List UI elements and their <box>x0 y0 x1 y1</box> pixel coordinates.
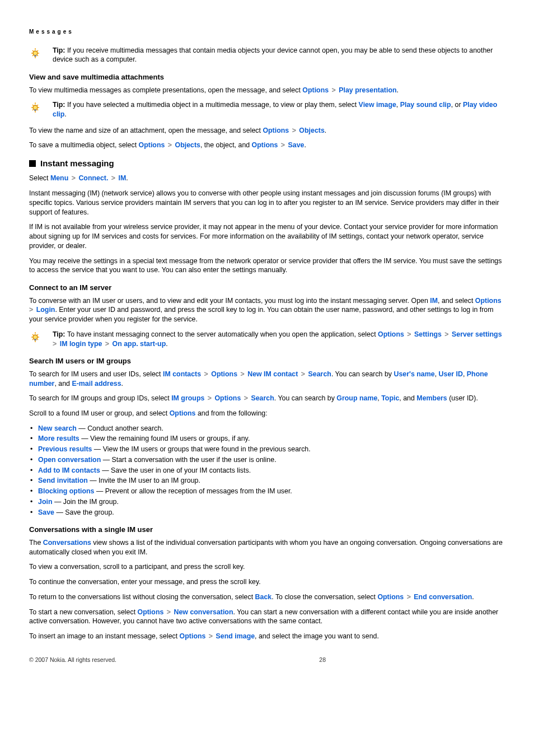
text: , and <box>54 380 72 388</box>
link-menu[interactable]: Menu <box>50 174 68 182</box>
link-group-name[interactable]: Group name <box>336 394 377 402</box>
heading-conversations: Conversations with a single IM user <box>29 525 505 535</box>
text: To return to the conversations list with… <box>29 593 255 601</box>
link-send-invitation[interactable]: Send invitation <box>38 477 88 484</box>
link-options[interactable]: Options <box>263 127 289 134</box>
chevron-icon: > <box>329 86 339 94</box>
text: — Invite the IM user to an IM group. <box>88 477 200 484</box>
tip-text: Tip: If you have selected a multimedia o… <box>53 100 505 119</box>
para-search-users: To search for IM users and user IDs, sel… <box>29 370 505 388</box>
chevron-icon: > <box>442 330 452 338</box>
link-open-conversation[interactable]: Open conversation <box>38 456 101 464</box>
link-back[interactable]: Back <box>255 593 272 601</box>
link-add-to-im-contacts[interactable]: Add to IM contacts <box>38 466 100 474</box>
list-item: Send invitation — Invite the IM user to … <box>29 476 505 486</box>
tip-label: Tip: <box>53 101 67 109</box>
chevron-icon: > <box>278 141 288 149</box>
link-im-contacts[interactable]: IM contacts <box>163 370 201 378</box>
link-end-conversation[interactable]: End conversation <box>414 593 472 601</box>
link-save[interactable]: Save <box>288 141 305 149</box>
link-login[interactable]: Login <box>36 306 55 314</box>
text: — Conduct another search. <box>77 424 163 432</box>
text: To search for IM groups and group IDs, s… <box>29 394 171 402</box>
link-im-login-type[interactable]: IM login type <box>60 340 102 348</box>
link-options[interactable]: Options <box>139 141 165 149</box>
para-view-complete: To view multimedia messages as complete … <box>29 86 505 95</box>
link-send-image[interactable]: Send image <box>216 632 255 640</box>
link-new-conversation[interactable]: New conversation <box>174 608 233 616</box>
link-view-image[interactable]: View image <box>359 101 396 109</box>
link-topic[interactable]: Topic <box>381 394 399 402</box>
link-blocking-options[interactable]: Blocking options <box>38 487 95 495</box>
tip-body: If you receive multimedia messages that … <box>53 46 493 64</box>
text: . Enter your user ID and password, and p… <box>29 306 494 323</box>
link-settings[interactable]: Settings <box>414 330 442 338</box>
link-play-sound-clip[interactable]: Play sound clip <box>400 101 451 109</box>
list-item: Save — Save the group. <box>29 508 505 517</box>
text: (user ID). <box>447 394 478 402</box>
chevron-icon: > <box>404 593 414 601</box>
svg-line-25 <box>32 334 34 335</box>
link-objects[interactable]: Objects <box>175 141 200 149</box>
chevron-icon: > <box>68 174 78 182</box>
link-options[interactable]: Options <box>211 370 237 378</box>
tip-mms-text: Tip: If you receive multimedia messages … <box>53 46 505 64</box>
link-conversations[interactable]: Conversations <box>43 539 91 547</box>
link-new-im-contact[interactable]: New IM contact <box>247 370 298 378</box>
link-options[interactable]: Options <box>180 632 206 640</box>
link-options[interactable]: Options <box>475 297 502 305</box>
svg-line-5 <box>32 50 34 52</box>
chevron-icon: > <box>108 174 118 182</box>
para-start-new-conv: To start a new conversation, select Opti… <box>29 608 505 626</box>
link-options[interactable]: Options <box>252 141 278 149</box>
text: To insert an image to an instant message… <box>29 632 180 640</box>
link-connect[interactable]: Connect. <box>78 174 108 182</box>
text: Scroll to a found IM user or group, and … <box>29 409 170 417</box>
text: . <box>397 86 399 94</box>
link-im[interactable]: IM <box>119 174 127 182</box>
svg-point-10 <box>33 105 38 110</box>
link-previous-results[interactable]: Previous results <box>38 445 92 453</box>
link-more-results[interactable]: More results <box>38 435 79 442</box>
link-options[interactable]: Options <box>170 409 196 417</box>
text: To start a new conversation, select <box>29 608 138 616</box>
link-options[interactable]: Options <box>377 593 404 601</box>
link-im[interactable]: IM <box>430 297 438 305</box>
link-search[interactable]: Search <box>251 394 274 402</box>
chevron-icon: > <box>204 394 214 402</box>
tip-auto-connect: Tip: To have instant messaging connect t… <box>29 330 505 348</box>
text: — Start a conversation with the user if … <box>101 456 276 464</box>
link-users-name[interactable]: User's name <box>394 370 434 378</box>
svg-rect-19 <box>34 109 36 111</box>
link-objects[interactable]: Objects <box>299 127 324 134</box>
text: , and select <box>438 297 475 305</box>
link-options[interactable]: Options <box>138 608 164 616</box>
para-scroll-found: Scroll to a found IM user or group, and … <box>29 409 505 418</box>
link-server-settings[interactable]: Server settings <box>452 330 502 338</box>
text: and from the following: <box>196 409 268 417</box>
list-item: Add to IM contacts — Save the user in on… <box>29 466 505 475</box>
link-user-id[interactable]: User ID <box>439 370 463 378</box>
svg-line-18 <box>32 109 34 110</box>
link-options[interactable]: Options <box>378 330 404 338</box>
link-search[interactable]: Search <box>308 370 331 378</box>
link-play-presentation[interactable]: Play presentation <box>339 86 396 94</box>
square-bullet-icon <box>29 160 36 167</box>
link-members[interactable]: Members <box>416 394 447 402</box>
link-save[interactable]: Save <box>38 508 54 516</box>
text: , the object, and <box>200 141 252 149</box>
link-options[interactable]: Options <box>214 394 241 402</box>
link-on-app-startup[interactable]: On app. start-up <box>113 340 166 348</box>
link-email-address[interactable]: E-mail address <box>72 380 121 388</box>
footer: © 2007 Nokia. All rights reserved. 28 <box>29 656 505 664</box>
link-new-search[interactable]: New search <box>38 424 77 432</box>
text: — Save the group. <box>54 508 114 516</box>
link-im-groups[interactable]: IM groups <box>171 394 204 402</box>
para-conv-view: The Conversations view shows a list of t… <box>29 538 505 557</box>
text: , or <box>451 101 463 109</box>
link-options[interactable]: Options <box>302 86 329 94</box>
chevron-icon: > <box>165 141 175 149</box>
svg-rect-9 <box>34 55 36 57</box>
link-join[interactable]: Join <box>38 498 52 506</box>
lightbulb-icon <box>29 330 41 343</box>
